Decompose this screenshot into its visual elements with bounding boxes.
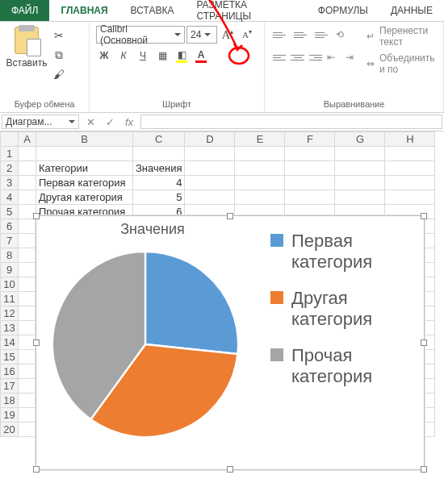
row-header[interactable]: 20 — [1, 423, 19, 437]
underline-button[interactable]: Ч — [135, 48, 151, 64]
col-header[interactable]: D — [185, 132, 235, 147]
row-header[interactable]: 16 — [1, 364, 19, 379]
increase-indent-button[interactable]: ⇥ — [344, 48, 360, 67]
resize-handle[interactable] — [227, 466, 233, 473]
resize-handle[interactable] — [421, 339, 427, 346]
row-header[interactable]: 9 — [1, 263, 19, 277]
font-name-value: Calibri (Основной — [100, 23, 171, 46]
row-header[interactable]: 18 — [1, 394, 19, 408]
tab-file[interactable]: ФАЙЛ — [0, 0, 49, 21]
align-bottom-button[interactable] — [313, 25, 333, 44]
resize-handle[interactable] — [227, 213, 233, 219]
ribbon-tabs: ФАЙЛ ГЛАВНАЯ ВСТАВКА РАЗМЕТКА СТРАНИЦЫ Ф… — [0, 0, 444, 22]
insert-function-button[interactable]: fx — [119, 113, 139, 131]
chart-object[interactable]: Значения Первая категория Другая категор… — [36, 215, 425, 470]
tab-data[interactable]: ДАННЫЕ — [379, 0, 444, 21]
row-header[interactable]: 14 — [1, 335, 19, 350]
row-header[interactable]: 6 — [1, 219, 19, 234]
wrap-text-button[interactable]: ↵ Перенести текст — [367, 25, 437, 48]
resize-handle[interactable] — [33, 339, 40, 346]
enter-formula-button[interactable]: ✓ — [100, 113, 119, 131]
align-right-button[interactable] — [308, 48, 324, 67]
align-center-button[interactable] — [289, 48, 305, 67]
row-header[interactable]: 7 — [1, 234, 19, 248]
paste-button[interactable]: Вставить — [6, 25, 47, 70]
cell[interactable]: 4 — [133, 176, 185, 190]
col-header[interactable]: E — [235, 132, 285, 147]
decrease-indent-button[interactable]: ⇤ — [325, 48, 341, 67]
group-label-alignment: Выравнивание — [265, 98, 443, 112]
name-box[interactable]: Диаграм... — [2, 115, 79, 129]
cell[interactable]: 5 — [133, 190, 185, 205]
resize-handle[interactable] — [33, 466, 40, 473]
col-header[interactable]: G — [335, 132, 385, 147]
merge-center-button[interactable]: ⇔ Объединить и по — [367, 52, 437, 75]
row-header[interactable]: 3 — [1, 176, 19, 190]
grow-font-button[interactable]: A▴ — [219, 25, 237, 44]
col-header[interactable]: B — [36, 132, 133, 147]
cell[interactable]: Первая категория — [36, 176, 133, 190]
col-header[interactable]: C — [133, 132, 185, 147]
resize-handle[interactable] — [421, 466, 427, 473]
select-all-corner[interactable] — [1, 132, 19, 147]
ribbon: Вставить ✂ ⧉ 🖌 Буфер обмена Calibri (Осн… — [0, 22, 444, 113]
indent-right-icon: ⇥ — [346, 52, 358, 63]
orientation-button[interactable]: ⟲ — [334, 25, 354, 44]
row-header[interactable]: 4 — [1, 190, 19, 205]
row-header[interactable]: 2 — [1, 161, 19, 176]
resize-handle[interactable] — [33, 213, 40, 219]
formula-input[interactable] — [140, 115, 442, 129]
legend-swatch — [270, 234, 283, 247]
pie-slice[interactable] — [145, 252, 238, 354]
shrink-font-button[interactable]: A▾ — [238, 25, 256, 44]
tab-insert[interactable]: ВСТАВКА — [119, 0, 186, 21]
legend-label: Первая категория — [291, 231, 416, 273]
font-name-combo[interactable]: Calibri (Основной — [96, 26, 185, 44]
bold-button[interactable]: Ж — [96, 48, 112, 64]
fill-color-button[interactable]: ◧ — [174, 48, 190, 64]
resize-handle[interactable] — [421, 213, 427, 219]
font-color-button[interactable]: A — [193, 48, 209, 64]
row-header[interactable]: 8 — [1, 248, 19, 263]
legend-item[interactable]: Другая категория — [270, 288, 416, 331]
pie-chart[interactable] — [52, 252, 238, 437]
row-header[interactable]: 11 — [1, 292, 19, 306]
down-caret-icon: ▾ — [249, 28, 252, 35]
chart-title[interactable]: Значения — [36, 221, 269, 238]
copy-button[interactable]: ⧉ — [52, 48, 66, 62]
cut-button[interactable]: ✂ — [52, 28, 66, 43]
row-header[interactable]: 19 — [1, 408, 19, 423]
align-left-button[interactable] — [271, 48, 287, 67]
row-header[interactable]: 12 — [1, 306, 19, 321]
col-header[interactable]: H — [385, 132, 435, 147]
cell[interactable]: Другая категория — [36, 190, 133, 205]
align-top-button[interactable] — [271, 25, 291, 44]
italic-button[interactable]: К — [115, 48, 132, 64]
row-header[interactable]: 13 — [1, 321, 19, 335]
row-header[interactable]: 1 — [1, 147, 19, 161]
font-size-combo[interactable]: 24 — [186, 26, 217, 44]
borders-button[interactable]: ▦ — [154, 48, 170, 64]
row-header[interactable]: 5 — [1, 205, 19, 219]
col-header[interactable]: A — [19, 132, 36, 147]
copy-icon: ⧉ — [55, 48, 63, 62]
font-color-swatch — [195, 60, 207, 63]
legend-item[interactable]: Первая категория — [270, 231, 416, 273]
col-header[interactable]: F — [285, 132, 335, 147]
row-header[interactable]: 15 — [1, 350, 19, 364]
format-painter-button[interactable]: 🖌 — [52, 67, 66, 81]
tab-formulas[interactable]: ФОРМУЛЫ — [307, 0, 379, 21]
chart-legend[interactable]: Первая категория Другая категория Прочая… — [270, 231, 416, 387]
tab-page-layout[interactable]: РАЗМЕТКА СТРАНИЦЫ — [185, 0, 306, 21]
scissors-icon: ✂ — [54, 29, 64, 42]
align-middle-button[interactable] — [292, 25, 312, 44]
cell[interactable]: Категории — [36, 161, 133, 176]
paste-icon — [15, 27, 39, 54]
row-header[interactable]: 17 — [1, 379, 19, 394]
tab-home[interactable]: ГЛАВНАЯ — [49, 0, 119, 21]
cancel-formula-button[interactable]: ✕ — [81, 113, 100, 131]
legend-item[interactable]: Прочая категория — [270, 345, 416, 388]
row-header[interactable]: 10 — [1, 277, 19, 292]
brush-icon: 🖌 — [53, 68, 65, 81]
cell[interactable]: Значения — [133, 161, 185, 176]
